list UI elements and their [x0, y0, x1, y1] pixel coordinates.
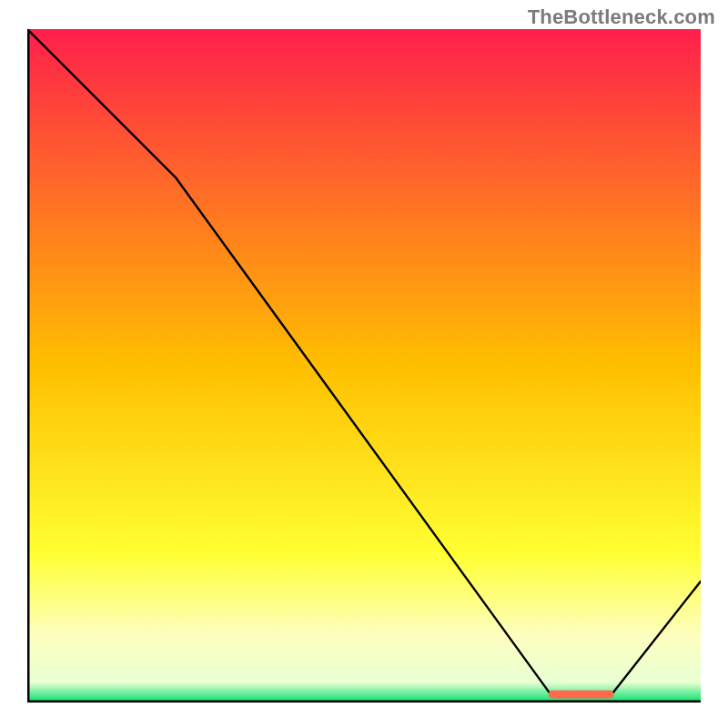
chart-svg — [27, 29, 701, 703]
plot-area — [27, 29, 701, 703]
chart-container: TheBottleneck.com — [0, 0, 728, 728]
watermark-label: TheBottleneck.com — [528, 5, 715, 29]
